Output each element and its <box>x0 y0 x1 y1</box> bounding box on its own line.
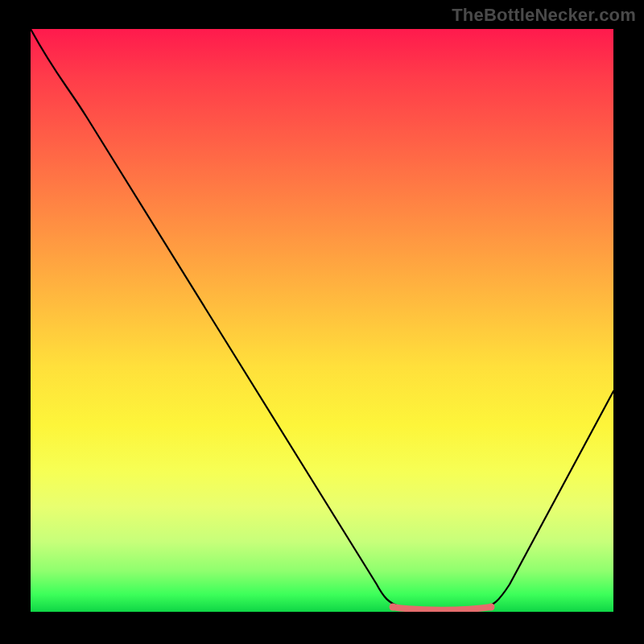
highlight-cap-left <box>390 604 397 611</box>
watermark-text: TheBottleNecker.com <box>452 5 636 26</box>
highlight-cap-right <box>488 604 495 611</box>
highlight-segment <box>393 607 491 610</box>
bottleneck-curve <box>31 29 613 610</box>
curve-svg <box>31 29 613 612</box>
chart-container: TheBottleNecker.com <box>0 0 644 644</box>
